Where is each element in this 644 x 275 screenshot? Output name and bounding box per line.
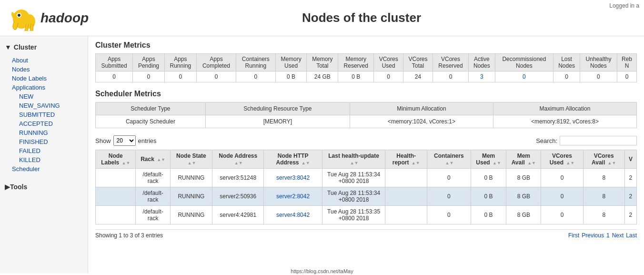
sched-val-resource-type: [MEMORY] [205, 115, 350, 128]
cell-v: 2 [624, 187, 636, 206]
nodes-col-health-update[interactable]: Last health-update ▲▼ [322, 150, 385, 169]
table-row: /default-rack RUNNING server2:50936 serv… [96, 187, 637, 206]
sidebar-item-killed[interactable]: KILLED [12, 155, 83, 164]
sidebar-item-nodes[interactable]: Nodes [5, 65, 83, 74]
sidebar-tools-header[interactable]: ▶ Tools [0, 181, 88, 193]
nodes-col-health-report[interactable]: Health-report ▲▼ [385, 150, 427, 169]
main-content: Cluster Metrics AppsSubmitted AppsPendin… [88, 36, 644, 273]
cell-vcores-avail: 8 [583, 187, 624, 206]
show-label: Show [95, 137, 111, 144]
nodes-col-mem-used[interactable]: Mem Used ▲▼ [471, 150, 506, 169]
sidebar-item-running[interactable]: RUNNING [12, 128, 83, 137]
cell-rack: /default-rack [136, 169, 170, 187]
col-active-nodes: ActiveNodes [469, 54, 495, 71]
nodes-col-v[interactable]: V [624, 150, 636, 169]
search-input[interactable] [560, 136, 637, 145]
scheduler-metrics-table: Scheduler Type Scheduling Resource Type … [95, 102, 637, 128]
pagination-1[interactable]: 1 [606, 232, 610, 239]
col-memory-total: MemoryTotal [307, 54, 338, 71]
sidebar-cluster-header[interactable]: ▼ Cluster [0, 41, 88, 53]
col-apps-submitted: AppsSubmitted [96, 54, 133, 71]
entries-select[interactable]: 20 50 100 [113, 135, 136, 146]
col-apps-running: AppsRunning [164, 54, 196, 71]
sidebar-item-finished[interactable]: FINISHED [12, 137, 83, 146]
cell-vcores-avail: 8 [583, 206, 624, 224]
scheduler-row: Capacity Scheduler [MEMORY] <memory:1024… [96, 115, 637, 128]
val-lost-nodes: 0 [553, 71, 580, 82]
nodes-col-vcores-avail[interactable]: VCores Avail ▲▼ [583, 150, 624, 169]
pagination-previous[interactable]: Previous [582, 232, 604, 239]
sort-icon: ▲▼ [412, 161, 420, 165]
col-apps-completed: AppsCompleted [197, 54, 236, 71]
sidebar-item-accepted[interactable]: ACCEPTED [12, 119, 83, 128]
sidebar-item-node-labels[interactable]: Node Labels [5, 74, 83, 83]
nodes-col-labels[interactable]: Node Labels ▲▼ [96, 150, 136, 169]
nodes-col-state[interactable]: Node State ▲▼ [170, 150, 212, 169]
sidebar-tools-label: Tools [10, 183, 27, 191]
sched-val-type: Capacity Scheduler [96, 115, 206, 128]
tools-arrow-icon: ▶ [5, 183, 10, 191]
nodes-col-vcores-used[interactable]: VCores Used ▲▼ [541, 150, 583, 169]
cell-address: server4:42981 [212, 206, 264, 224]
cell-containers: 0 [427, 187, 471, 206]
showing-text: Showing 1 to 3 of 3 entries [95, 232, 163, 239]
cell-v: 2 [624, 169, 636, 187]
nodes-col-containers[interactable]: Containers ▲▼ [427, 150, 471, 169]
cell-http-address[interactable]: server3:8042 [264, 169, 322, 187]
cell-http-address[interactable]: server2:8042 [264, 187, 322, 206]
val-apps-completed: 0 [197, 71, 236, 82]
cell-http-address[interactable]: server4:8042 [264, 206, 322, 224]
nodes-col-rack[interactable]: Rack ▲▼ [136, 150, 170, 169]
cell-containers: 0 [427, 206, 471, 224]
val-rebooted-nodes: 0 [617, 71, 637, 82]
sidebar-item-new-saving[interactable]: NEW_SAVING [12, 101, 83, 110]
hadoop-logo-icon: hadoop [10, 5, 38, 31]
val-vcores-total: 24 [403, 71, 433, 82]
val-active-nodes[interactable]: 3 [469, 71, 495, 82]
cell-health-report [385, 206, 427, 224]
val-vcores-used: 0 [374, 71, 403, 82]
sidebar-app-sublinks: NEW NEW_SAVING SUBMITTED ACCEPTED RUNNIN… [5, 92, 83, 164]
logo: hadoop hadoop [10, 5, 89, 31]
scheduler-metrics-title: Scheduler Metrics [95, 90, 637, 98]
cell-mem-avail: 8 GB [506, 206, 541, 224]
nodes-col-http[interactable]: Node HTTP Address ▲▼ [264, 150, 322, 169]
val-unhealthy-nodes: 0 [580, 71, 617, 82]
cell-mem-used: 0 B [471, 169, 506, 187]
val-memory-reserved: 0 B [338, 71, 374, 82]
sidebar-item-new[interactable]: NEW [12, 92, 83, 101]
cell-last-health: Tue Aug 28 11:53:35 +0800 2018 [322, 206, 385, 224]
cell-health-report [385, 169, 427, 187]
sidebar-item-scheduler[interactable]: Scheduler [5, 164, 83, 173]
sort-icon: ▲▼ [234, 161, 243, 165]
cell-v: 2 [624, 206, 636, 224]
cell-vcores-used: 0 [541, 187, 583, 206]
sidebar-item-failed[interactable]: FAILED [12, 146, 83, 155]
cell-state: RUNNING [170, 169, 212, 187]
sort-icon: ▲▼ [188, 161, 196, 165]
pagination-last[interactable]: Last [626, 232, 637, 239]
table-row: /default-rack RUNNING server4:42981 serv… [96, 206, 637, 224]
val-decommissioned-nodes[interactable]: 0 [495, 71, 553, 82]
pagination-next[interactable]: Next [612, 232, 624, 239]
sidebar-item-submitted[interactable]: SUBMITTED [12, 110, 83, 119]
cell-mem-used: 0 B [471, 206, 506, 224]
nodes-col-address[interactable]: Node Address ▲▼ [212, 150, 264, 169]
val-memory-total: 24 GB [307, 71, 338, 82]
col-decommissioned-nodes: DecommissionedNodes [495, 54, 553, 71]
col-lost-nodes: LostNodes [553, 54, 580, 71]
logged-in-status: Logged in a [609, 2, 639, 9]
sidebar-item-applications[interactable]: Applications [5, 83, 83, 92]
nodes-col-mem-avail[interactable]: Mem Avail ▲▼ [506, 150, 541, 169]
sort-icon: ▲▼ [302, 161, 310, 165]
val-apps-running: 0 [164, 71, 196, 82]
cluster-metrics-row: 0 0 0 0 0 0 B 24 GB 0 B 0 24 0 3 0 0 0 0 [96, 71, 637, 82]
sort-icon: ▲▼ [445, 161, 454, 165]
col-apps-pending: AppsPending [133, 54, 165, 71]
logo-text: hadoop [40, 10, 89, 26]
pagination-first[interactable]: First [568, 232, 579, 239]
sched-val-min-alloc: <memory:1024, vCores:1> [350, 115, 493, 128]
sidebar-item-about[interactable]: About [5, 56, 83, 65]
search-box: Search: [536, 136, 637, 145]
sort-icon: ▲▼ [350, 161, 359, 165]
